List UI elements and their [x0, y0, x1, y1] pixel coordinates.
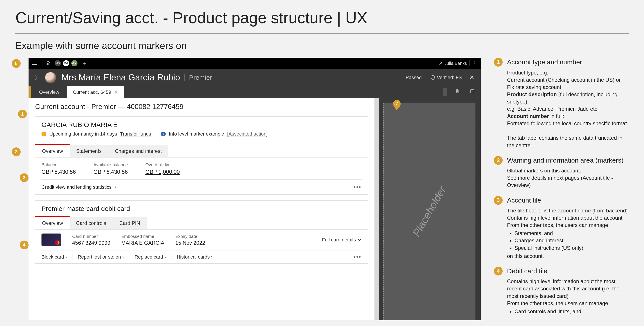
info-icon: i [161, 132, 166, 136]
attachment-icon[interactable] [454, 89, 462, 95]
report-lost-action[interactable]: Report lost or stolen› [72, 254, 129, 260]
product-header: Current account - Premier — 400082 12776… [28, 98, 374, 116]
pin-2: 2 [12, 147, 21, 156]
customer-name: Mrs María Elena García Rubio [62, 73, 180, 82]
svg-point-1 [440, 62, 442, 63]
card-tab-overview[interactable]: Overview [35, 216, 70, 229]
annotation-4-title: Debit card tile [507, 267, 629, 276]
account-name: GARCIA RUBIO MARIA E [42, 121, 362, 129]
workspace-avatar-3[interactable]: GK [71, 60, 78, 66]
pin-3: 3 [20, 173, 28, 182]
debit-card-tile: Premier mastercard debit card Overview C… [35, 200, 368, 264]
account-tab-overview[interactable]: Overview [35, 144, 70, 157]
current-user[interactable]: Julia Banks [439, 61, 467, 66]
account-tile-tabs: Overview Statements Charges and interest [35, 145, 368, 158]
expiry-value: 15 Nov 2022 [176, 240, 205, 246]
historical-cards-action[interactable]: Historical cards› [171, 254, 218, 260]
embossed-name-value: MARIA E GARCIA [122, 240, 164, 246]
replace-card-action[interactable]: Replace card› [129, 254, 171, 260]
overdraft-value[interactable]: GBP 1,000.00 [145, 169, 180, 175]
kebab-menu-icon[interactable]: ⋮ [472, 60, 477, 66]
account-tab-charges[interactable]: Charges and interest [108, 145, 168, 157]
app-topbar: MG MG GK ＋ Julia Banks ⋮ [28, 58, 481, 69]
navigation-tabs: Overview Current acc. 6459 ✕ [28, 86, 481, 98]
card-visual [42, 233, 61, 246]
tab-overview[interactable]: Overview [33, 86, 65, 98]
account-tile: GARCIA RUBIO MARIA E ! Upcoming dormancy… [35, 116, 368, 195]
customer-tier: Premier [184, 74, 212, 81]
chevron-right-icon: › [114, 184, 116, 190]
annotation-badge-3: 3 [494, 196, 503, 205]
annotation-3-body: The tile header is the account name (fro… [507, 207, 628, 260]
app-mockup: 7 MG MG GK ＋ Julia Banks ⋮ [28, 58, 481, 320]
verify-status[interactable]: Verified: FS [426, 72, 466, 83]
close-tab-icon[interactable]: ✕ [114, 89, 118, 95]
workspace-avatar-2[interactable]: MG [63, 60, 69, 66]
tab-current-account[interactable]: Current acc. 6459 ✕ [67, 86, 124, 98]
pin-4: 4 [20, 240, 28, 249]
account-tile-menu[interactable]: ••• [354, 184, 362, 190]
expand-nav-icon[interactable] [32, 73, 40, 82]
balance-value: GBP 8,430.56 [42, 169, 76, 175]
pin-1: 1 [18, 110, 27, 118]
card-number-label: Card number [72, 234, 110, 239]
associated-action-link[interactable]: [Associated action] [227, 131, 268, 137]
add-workspace-button[interactable]: ＋ [82, 60, 88, 67]
annotation-badge-4: 4 [494, 267, 503, 275]
embossed-name-label: Embossed name [122, 234, 164, 239]
overdraft-label: Overdraft limit [145, 162, 180, 167]
card-tab-controls[interactable]: Card controls [70, 217, 113, 229]
available-balance-label: Available balance [94, 162, 128, 167]
pin-7: 7 [393, 100, 401, 110]
user-name: Julia Banks [444, 61, 467, 66]
dormancy-marker: Upcoming dormancy in 14 days [50, 131, 117, 137]
annotation-2-body: Global markers on this account. See more… [507, 167, 629, 189]
warning-icon: ! [42, 132, 46, 136]
full-card-details-link[interactable]: Full card details [322, 237, 362, 243]
customer-avatar [45, 72, 56, 83]
page-title: Current/Saving acct. - Product page stru… [15, 9, 629, 34]
annotation-2-title: Warning and information area (markers) [507, 156, 629, 165]
card-tile-menu[interactable]: ••• [354, 253, 362, 260]
account-tab-statements[interactable]: Statements [70, 145, 108, 157]
pin-6: 6 [12, 59, 21, 68]
close-customer-button[interactable]: ✕ [466, 72, 477, 83]
annotation-badge-1: 1 [494, 58, 503, 67]
annotation-4-body: Contains high level information about th… [507, 278, 629, 315]
annotation-badge-2: 2 [494, 156, 503, 165]
card-tile-tabs: Overview Card controls Card PIN [35, 217, 368, 230]
customer-header: Mrs María Elena García Rubio Premier Pas… [28, 69, 481, 86]
info-marker: Info level marker example [169, 131, 224, 137]
transfer-funds-link[interactable]: Transfer funds [120, 131, 151, 137]
open-external-icon[interactable] [468, 89, 476, 95]
annotation-1-body: Product type, e.g. Current account (Chec… [507, 69, 629, 149]
annotation-1-title: Account type and number [507, 58, 629, 67]
expiry-label: Expiry date [176, 234, 205, 239]
card-tile-title: Premier mastercard debit card [42, 205, 362, 212]
available-balance-value: GBP 6,430.56 [94, 169, 128, 175]
page-subtitle: Example with some account markers on [15, 40, 629, 51]
block-card-action[interactable]: Block card› [42, 254, 72, 260]
card-tab-pin[interactable]: Card PIN [113, 217, 147, 229]
home-icon[interactable] [46, 61, 50, 66]
svg-text:7: 7 [396, 101, 398, 106]
workspace-avatar-1[interactable]: MG [55, 60, 61, 66]
balance-label: Balance [42, 162, 76, 167]
user-icon [439, 61, 443, 65]
annotations-column: 1 Account type and number Product type, … [494, 58, 629, 323]
chevron-down-icon [358, 239, 362, 241]
shield-icon [431, 75, 435, 80]
card-number-value: 4567 3249 9999 [72, 240, 110, 246]
marker-row: ! Upcoming dormancy in 14 days Transfer … [42, 131, 362, 137]
annotation-3-title: Account tile [507, 196, 628, 205]
status-passed: Passed [406, 75, 422, 80]
side-panel-placeholder: Placeholder [383, 103, 476, 320]
hamburger-icon[interactable] [32, 61, 37, 66]
credit-view-link[interactable]: Credit view and lending statistics › [42, 184, 116, 190]
